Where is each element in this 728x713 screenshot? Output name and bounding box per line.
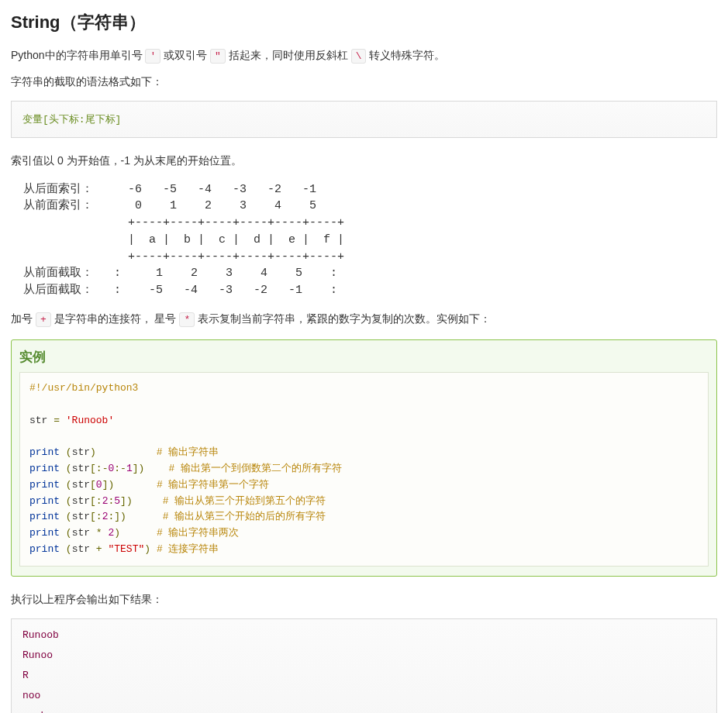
index-note: 索引值以 0 为开始值，-1 为从末尾的开始位置。 <box>11 152 717 170</box>
text: Python中的字符串用单引号 <box>11 49 145 61</box>
inline-code-star: * <box>179 312 195 327</box>
text: 表示复制当前字符串，紧跟的数字为复制的次数。实例如下： <box>195 312 491 325</box>
output-intro: 执行以上程序会输出如下结果： <box>11 591 717 609</box>
output-text: Runoob Runoo R noo noob RunoobRunoob Run… <box>11 618 717 713</box>
output-box: Runoob Runoo R noo noob RunoobRunoob Run… <box>11 618 717 713</box>
syntax-box: 变量[头下标:尾下标] <box>11 101 717 138</box>
intro-paragraph-2: 字符串的截取的语法格式如下： <box>11 73 717 91</box>
text: 转义特殊字符。 <box>366 49 445 61</box>
inline-code-squote: ' <box>145 49 160 64</box>
inline-code-plus: + <box>36 312 51 327</box>
text: 是字符串的连接符， 星号 <box>51 312 180 325</box>
intro-paragraph-1: Python中的字符串用单引号 ' 或双引号 " 括起来，同时使用反斜杠 \ 转… <box>11 46 717 65</box>
text: 加号 <box>11 312 36 325</box>
ascii-index-diagram: 从后面索引： -6 -5 -4 -3 -2 -1 从前面索引： 0 1 2 3 … <box>11 181 717 299</box>
text: 或双引号 <box>160 49 210 61</box>
text: 括起来，同时使用反斜杠 <box>226 49 351 61</box>
example-title: 实例 <box>19 348 709 366</box>
inline-code-backslash: \ <box>351 49 367 64</box>
inline-code-dquote: " <box>210 49 226 64</box>
syntax-code: 变量[头下标:尾下标] <box>11 101 717 138</box>
page-title: String（字符串） <box>11 11 717 34</box>
example-box: 实例 #!/usr/bin/python3 str = 'Runoob' pri… <box>11 339 717 577</box>
operators-paragraph: 加号 + 是字符串的连接符， 星号 * 表示复制当前字符串，紧跟的数字为复制的次… <box>11 310 717 329</box>
example-code-container: #!/usr/bin/python3 str = 'Runoob' print … <box>19 372 709 567</box>
example-code: #!/usr/bin/python3 str = 'Runoob' print … <box>29 381 699 558</box>
